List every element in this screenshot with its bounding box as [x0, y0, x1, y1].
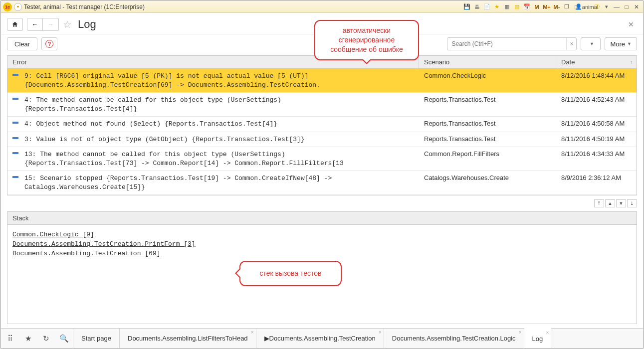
window-title: Tester, animal - Test manager (1C:Enterp…	[24, 3, 145, 10]
scenario-cell: Reports.Transactios.Test	[419, 93, 556, 116]
favorite-icon[interactable]: ★	[492, 2, 501, 11]
table-row[interactable]: 15: Scenario stopped {Reports.Transactio…	[7, 171, 637, 195]
nav-up-button[interactable]: ▲	[605, 199, 615, 207]
tab[interactable]: Documents.Assembling.TestCreation.Logic×	[384, 329, 524, 348]
svg-rect-7	[12, 176, 18, 178]
date-cell: 8/11/2016 4:52:43 AM	[556, 93, 637, 116]
nav-down-button[interactable]: ▼	[616, 199, 626, 207]
collapse-icon[interactable]	[12, 135, 19, 144]
annotation-stack: стек вызова тестов	[239, 261, 342, 286]
scenario-cell: Reports.Transactios.Test	[419, 132, 556, 147]
stack-line[interactable]: Documents.Assembling.TestCreation [69]	[12, 250, 632, 257]
tab-close-icon[interactable]: ×	[251, 330, 254, 335]
tab-close-icon[interactable]: ×	[519, 330, 522, 335]
info-icon[interactable]: ⓘ	[592, 2, 601, 11]
stack-header: Stack	[7, 212, 637, 225]
svg-rect-3	[12, 98, 18, 100]
tab-close-icon[interactable]: ×	[379, 330, 382, 335]
dropdown-icon[interactable]: ▾	[602, 2, 611, 11]
chevron-down-icon: ▼	[590, 41, 594, 46]
scenario-cell: Catalogs.Warehouses.Create	[419, 171, 556, 194]
svg-rect-6	[12, 152, 18, 154]
minimize-button[interactable]: —	[612, 3, 621, 11]
col-header-scenario[interactable]: Scenario	[419, 56, 556, 68]
arrow-left-icon: ←	[32, 21, 38, 28]
table-row[interactable]: 4: The method cannot be called for this …	[7, 93, 637, 117]
nav-back-button[interactable]: ←	[27, 18, 43, 31]
sort-asc-icon: ↑	[630, 59, 633, 65]
app-logo-icon: 1c	[3, 2, 12, 11]
table-row[interactable]: 9: Cell [R6C6] original value [5 (PK)] i…	[7, 69, 637, 93]
collapse-icon[interactable]	[12, 150, 19, 168]
stack-line[interactable]: Common.CheckLogic [9]	[12, 231, 632, 238]
chevron-down-icon: ▼	[627, 41, 632, 46]
tab[interactable]: ▶Documents.Assembling.TestCreation×	[256, 329, 384, 348]
star-icon[interactable]: ☆	[63, 18, 72, 30]
nav-forward-button[interactable]: →	[43, 18, 59, 31]
collapse-icon[interactable]	[12, 120, 19, 129]
stack-line[interactable]: Documents.Assembling.TestCreation.PrintF…	[12, 240, 632, 248]
svg-rect-4	[12, 122, 18, 124]
tab[interactable]: Start page	[73, 329, 120, 348]
table-row[interactable]: 13: The method cannot be called for this…	[7, 147, 637, 171]
collapse-icon[interactable]	[12, 174, 19, 191]
error-cell: 4: The method cannot be called for this …	[24, 96, 281, 113]
arrow-right-icon: →	[48, 21, 54, 28]
date-cell: 8/11/2016 4:34:33 AM	[556, 147, 637, 171]
scenario-cell: Common.CheckLogic	[419, 69, 556, 92]
app-menu-dropdown-icon[interactable]: ▾	[14, 3, 22, 11]
nav-last-button[interactable]: ⤓	[627, 199, 637, 207]
tab-close-icon[interactable]: ×	[546, 330, 549, 336]
annotation-error-message: автоматически сгенерированное сообщение …	[314, 20, 419, 60]
collapse-icon[interactable]	[12, 96, 19, 113]
search-input[interactable]	[447, 40, 566, 47]
error-cell: 13: The method cannot be called for this…	[24, 150, 344, 168]
col-header-date[interactable]: Date ↑	[556, 56, 637, 68]
history-icon[interactable]: ↻	[37, 334, 55, 343]
calculator-icon[interactable]: ▤	[512, 2, 521, 11]
date-cell: 8/9/2016 2:36:12 AM	[556, 171, 637, 194]
titlebar: 1c ▾ Tester, animal - Test manager (1C:E…	[1, 1, 643, 13]
more-button[interactable]: More▼	[605, 37, 637, 50]
error-cell: 4: Object method not found (Select) {Rep…	[24, 120, 277, 129]
help-icon: ?	[45, 40, 53, 48]
maximize-button[interactable]: □	[622, 3, 631, 11]
memory-mminus-button[interactable]: M-	[552, 2, 561, 11]
page-title: Log	[78, 18, 96, 31]
user-badge[interactable]: 👤animal	[582, 2, 591, 11]
scenario-cell: Common.Report.FillFilters	[419, 147, 556, 171]
tab[interactable]: Documents.Assembling.ListFiltersToHead×	[120, 329, 256, 348]
grid-icon[interactable]: ▦	[502, 2, 511, 11]
search-bottom-icon[interactable]: 🔍	[55, 334, 73, 343]
tab[interactable]: Log×	[524, 328, 552, 348]
memory-m-button[interactable]: M	[532, 2, 541, 11]
bottom-bar: ⠿ ★ ↻ 🔍 Start pageDocuments.Assembling.L…	[1, 328, 643, 348]
table-row[interactable]: 4: Object method not found (Select) {Rep…	[7, 117, 637, 132]
favorites-icon[interactable]: ★	[19, 334, 37, 343]
close-page-button[interactable]: ✕	[628, 20, 637, 28]
search-button[interactable]: ▼	[581, 37, 601, 50]
clear-button[interactable]: Clear	[7, 37, 37, 50]
search-clear-button[interactable]: ×	[566, 38, 576, 50]
collapse-icon[interactable]	[12, 72, 19, 89]
scenario-cell: Reports.Transactios.Test	[419, 117, 556, 132]
error-cell: 3: Value is not of object type (GetObjec…	[24, 135, 305, 144]
table-row[interactable]: 3: Value is not of object type (GetObjec…	[7, 132, 637, 148]
svg-rect-5	[12, 137, 18, 139]
copy-icon[interactable]: 📄	[482, 2, 491, 11]
date-cell: 8/12/2016 1:48:44 AM	[556, 69, 637, 92]
windows-icon[interactable]: ❐	[562, 2, 571, 11]
home-icon	[11, 21, 18, 28]
save-icon[interactable]: 💾	[462, 2, 471, 11]
memory-mplus-button[interactable]: M+	[542, 2, 551, 11]
home-button[interactable]	[7, 18, 23, 31]
apps-icon[interactable]: ⠿	[1, 334, 19, 343]
nav-first-button[interactable]: ⤒	[594, 199, 604, 207]
error-cell: 9: Cell [R6C6] original value [5 (PK)] i…	[24, 72, 320, 89]
help-button[interactable]: ?	[41, 37, 57, 50]
calendar-icon[interactable]: 📅	[522, 2, 531, 11]
print-icon[interactable]: 🖶	[472, 2, 481, 11]
svg-rect-2	[12, 74, 18, 76]
date-cell: 8/11/2016 4:50:19 AM	[556, 132, 637, 147]
close-window-button[interactable]: ✕	[632, 3, 641, 11]
